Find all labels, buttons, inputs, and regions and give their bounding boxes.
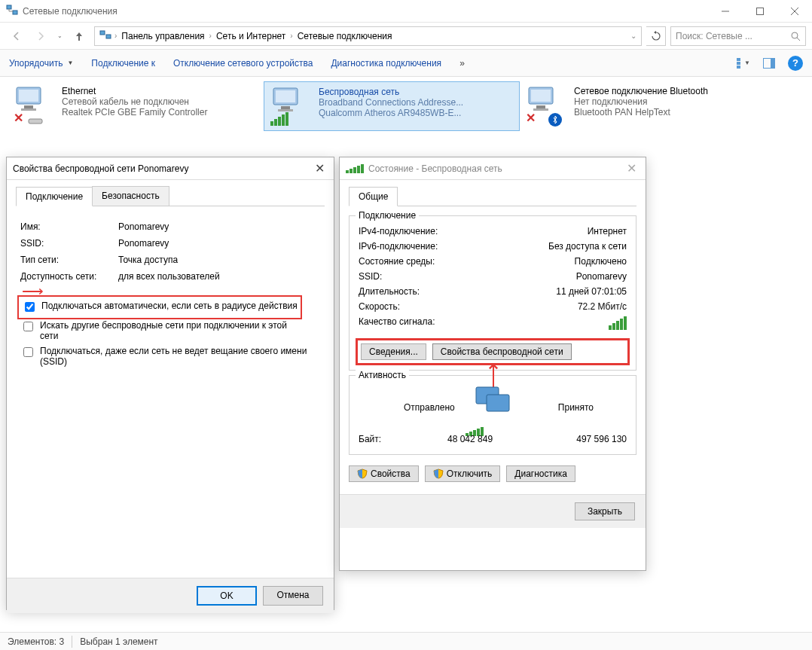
address-dropdown[interactable]: ⌄ — [630, 32, 636, 40]
more-menu[interactable]: » — [459, 58, 465, 69]
disable-button-label: Отключить — [447, 468, 493, 479]
activity-group-title: Активность — [356, 370, 409, 380]
highlight-annotation: Подключаться автоматически, если сеть в … — [17, 295, 302, 319]
signal-quality-icon — [609, 316, 627, 330]
connections-list: ✕ Ethernet Сетевой кабель не подключен R… — [0, 77, 812, 136]
connection-status: Нет подключения — [574, 96, 708, 107]
svg-rect-6 — [100, 31, 105, 35]
maximize-button[interactable] — [743, 0, 777, 23]
wireless-properties-button[interactable]: Свойства беспроводной сети — [432, 343, 572, 360]
media-value: Подключено — [575, 256, 627, 267]
tab-general[interactable]: Общие — [349, 187, 398, 206]
connection-status: Сетевой кабель не подключен — [62, 96, 207, 107]
dialog-close-button[interactable]: ✕ — [312, 161, 328, 175]
connection-group-title: Подключение — [356, 210, 419, 221]
svg-rect-17 — [771, 59, 774, 68]
wireless-properties-dialog: Свойства беспроводной сети Ponomarevy ✕ … — [6, 157, 334, 610]
properties-button[interactable]: Свойства — [349, 465, 419, 482]
hidden-ssid-checkbox[interactable] — [23, 347, 33, 357]
nettype-value: Точка доступа — [118, 255, 178, 265]
details-button[interactable]: Сведения... — [361, 343, 426, 360]
close-button[interactable] — [777, 0, 812, 23]
ethernet-icon: ✕ — [14, 86, 56, 125]
view-options-icon[interactable]: ▼ — [737, 56, 750, 70]
search-networks-label: Искать другие беспроводные сети при подк… — [40, 320, 304, 341]
crumb-connections[interactable]: Сетевые подключения — [296, 31, 394, 41]
duration-label: Длительность: — [359, 286, 420, 297]
ssid-label: SSID: — [359, 271, 382, 282]
svg-rect-3 — [757, 8, 764, 14]
back-button[interactable] — [6, 26, 27, 47]
minimize-button[interactable] — [708, 0, 743, 23]
highlight-annotation: Сведения... Свойства беспроводной сети — [356, 338, 630, 365]
svg-rect-12 — [737, 66, 740, 69]
organize-menu[interactable]: Упорядочить▼ — [9, 58, 73, 69]
autoconnect-checkbox[interactable] — [25, 302, 35, 312]
ok-button[interactable]: OK — [197, 586, 257, 606]
tab-security[interactable]: Безопасность — [92, 186, 169, 206]
crumb-network[interactable]: Сеть и Интернет — [215, 31, 287, 41]
wifi-icon — [270, 87, 313, 126]
disconnected-x-icon: ✕ — [526, 111, 536, 125]
bytes-label: Байт: — [359, 434, 381, 444]
forward-button[interactable] — [30, 26, 51, 47]
speed-value: 72.2 Мбит/с — [578, 301, 627, 312]
address-row: ⌄ › Панель управления › Сеть и Интернет … — [0, 23, 812, 50]
cable-icon — [27, 116, 45, 125]
separator-icon: › — [114, 32, 117, 40]
preview-pane-icon[interactable] — [762, 56, 776, 70]
activity-icon — [472, 384, 514, 432]
up-button[interactable] — [69, 26, 90, 47]
svg-rect-10 — [737, 58, 740, 61]
connection-item-ethernet[interactable]: ✕ Ethernet Сетевой кабель не подключен R… — [8, 81, 264, 131]
ipv6-label: IPv6-подключение: — [359, 241, 438, 252]
help-icon[interactable]: ? — [788, 56, 803, 71]
disable-device-menu[interactable]: Отключение сетевого устройства — [173, 58, 313, 69]
cancel-button[interactable]: Отмена — [263, 586, 323, 606]
crumb-control-panel[interactable]: Панель управления — [120, 31, 206, 41]
nettype-label: Тип сети: — [20, 255, 118, 265]
search-networks-checkbox[interactable] — [23, 322, 33, 331]
window-title: Сетевые подключения — [23, 6, 118, 17]
tab-connection[interactable]: Подключение — [16, 187, 93, 206]
svg-rect-25 — [281, 106, 290, 109]
hidden-ssid-label: Подключаться, даже если сеть не ведет ве… — [40, 346, 311, 367]
connection-item-bluetooth[interactable]: ✕ Сетевое подключение Bluetooth Нет подк… — [520, 81, 761, 131]
red-arrow-annotation: ⟶ — [22, 282, 44, 300]
app-icon — [6, 4, 18, 18]
sent-label: Отправлено — [404, 402, 455, 413]
divider — [72, 636, 72, 648]
properties-button-label: Свойства — [371, 468, 411, 479]
connection-name: Ethernet — [62, 86, 207, 96]
connection-item-wifi[interactable]: Беспроводная сеть Broadband Connections … — [264, 81, 520, 131]
name-label: Имя: — [20, 221, 118, 232]
item-count: Элементов: 3 — [8, 636, 64, 647]
address-bar[interactable]: › Панель управления › Сеть и Интернет › … — [94, 26, 642, 46]
history-dropdown[interactable]: ⌄ — [54, 32, 66, 39]
svg-line-9 — [797, 38, 800, 41]
search-input[interactable]: Поиск: Сетевые ... — [670, 26, 806, 46]
svg-rect-29 — [536, 105, 545, 108]
connection-device: Qualcomm Atheros AR9485WB-E... — [319, 108, 463, 118]
disable-button[interactable]: Отключить — [425, 465, 501, 482]
dialog-titlebar: Свойства беспроводной сети Ponomarevy ✕ — [7, 157, 334, 180]
svg-rect-24 — [276, 90, 295, 102]
dialog-close-button[interactable]: ✕ — [624, 161, 640, 175]
ipv4-label: IPv4-подключение: — [359, 226, 438, 237]
close-dialog-button[interactable]: Закрыть — [575, 502, 635, 520]
diagnose-menu[interactable]: Диагностика подключения — [331, 58, 441, 69]
separator-icon: › — [209, 32, 212, 40]
connect-to-menu[interactable]: Подключение к — [91, 58, 155, 69]
ssid-value: Ponomarevy — [118, 238, 169, 249]
title-bar: Сетевые подключения — [0, 0, 812, 23]
diagnose-button[interactable]: Диагностика — [506, 465, 575, 482]
svg-rect-28 — [531, 90, 551, 102]
selection-count: Выбран 1 элемент — [80, 636, 157, 647]
disconnected-x-icon: ✕ — [14, 111, 23, 125]
dialog-titlebar: Состояние - Беспроводная сеть ✕ — [340, 157, 646, 180]
activity-group: Активность ⟶ Отправлено Принято Байт: 48… — [349, 375, 636, 455]
search-placeholder: Поиск: Сетевые ... — [676, 31, 752, 41]
sent-bytes-value: 48 042 849 — [447, 434, 493, 444]
refresh-button[interactable] — [646, 26, 666, 46]
speed-label: Скорость: — [359, 301, 400, 312]
